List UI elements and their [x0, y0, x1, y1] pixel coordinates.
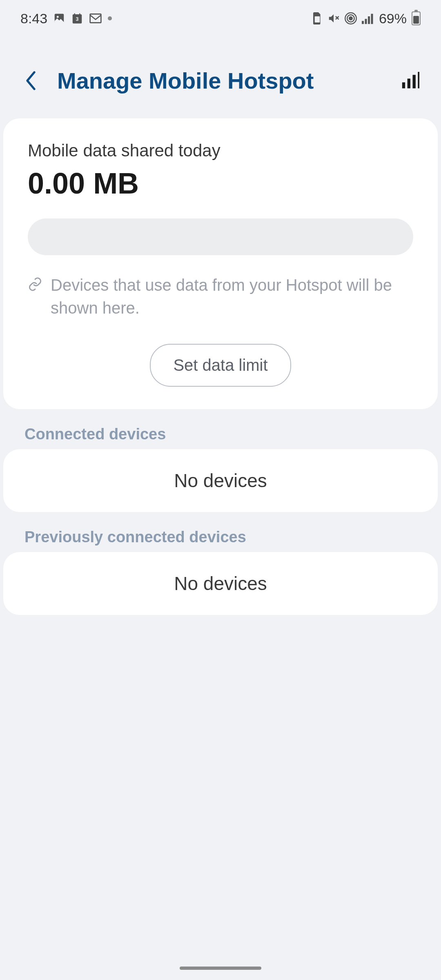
connected-devices-card: No devices — [3, 449, 438, 512]
connected-devices-label: Connected devices — [0, 417, 441, 449]
battery-percent: 69% — [379, 11, 407, 27]
data-shared-label: Mobile data shared today — [28, 141, 413, 160]
bars-icon — [401, 72, 419, 90]
status-left: 8:43 3 — [20, 11, 112, 27]
svg-rect-13 — [362, 21, 364, 24]
previous-devices-label: Previously connected devices — [0, 520, 441, 552]
gmail-icon — [89, 13, 102, 24]
status-bar: 8:43 3 69% — [0, 0, 441, 37]
svg-rect-16 — [371, 14, 373, 24]
devices-info-text: Devices that use data from your Hotspot … — [51, 274, 413, 319]
svg-rect-6 — [90, 14, 101, 22]
svg-rect-15 — [368, 16, 370, 24]
hotspot-icon — [345, 12, 357, 24]
svg-rect-4 — [74, 13, 76, 16]
svg-rect-5 — [79, 13, 80, 16]
calendar-icon: 3 — [71, 12, 83, 24]
svg-rect-14 — [365, 19, 367, 24]
svg-text:3: 3 — [76, 16, 79, 22]
link-icon — [28, 277, 42, 292]
chevron-left-icon — [24, 69, 38, 92]
devices-info-row: Devices that use data from your Hotspot … — [28, 274, 413, 319]
previous-devices-card: No devices — [3, 552, 438, 615]
set-data-limit-button[interactable]: Set data limit — [150, 344, 291, 387]
data-shared-value: 0.00 MB — [28, 167, 413, 200]
svg-point-10 — [349, 17, 352, 20]
battery-icon — [412, 11, 421, 25]
mute-icon — [327, 12, 340, 24]
data-usage-card: Mobile data shared today 0.00 MB Devices… — [3, 118, 438, 409]
previous-devices-empty: No devices — [28, 572, 413, 595]
page-title: Manage Mobile Hotspot — [57, 67, 384, 94]
status-right: 69% — [312, 11, 421, 27]
svg-rect-18 — [408, 78, 410, 88]
svg-rect-20 — [418, 72, 419, 88]
page-header: Manage Mobile Hotspot — [0, 37, 441, 118]
gallery-icon — [53, 12, 65, 24]
svg-rect-17 — [402, 82, 405, 88]
svg-rect-7 — [315, 16, 320, 22]
sim-icon — [312, 12, 323, 24]
svg-rect-19 — [413, 75, 416, 88]
cellular-signal-icon — [362, 13, 374, 24]
home-indicator[interactable] — [180, 967, 261, 970]
status-time: 8:43 — [20, 11, 47, 27]
data-progress-bar — [28, 218, 413, 255]
signal-stats-button[interactable] — [400, 71, 421, 91]
back-button[interactable] — [20, 71, 41, 91]
notification-dot-icon — [108, 16, 112, 20]
connected-devices-empty: No devices — [28, 470, 413, 492]
svg-point-1 — [57, 16, 59, 18]
